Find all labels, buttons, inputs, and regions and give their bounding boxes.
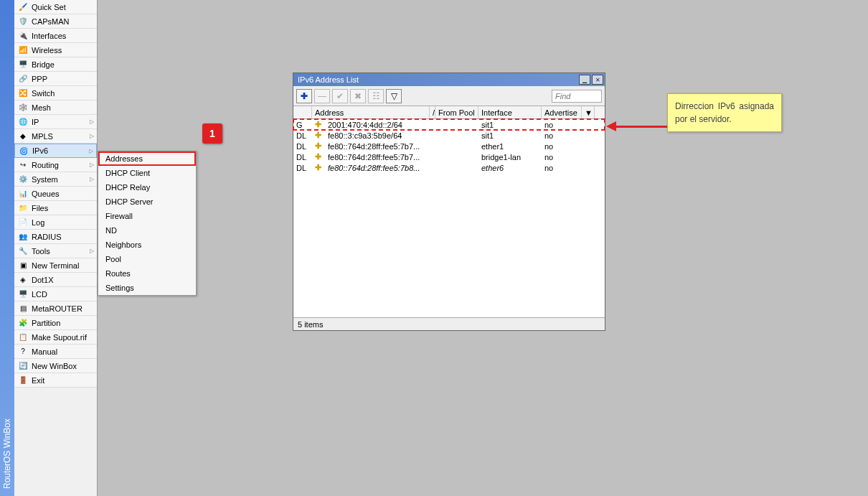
radius-icon: 👥	[17, 231, 29, 243]
menu-item-routing[interactable]: ↪Routing▷	[14, 158, 97, 172]
col-interface[interactable]: Interface	[478, 106, 542, 118]
address-icon: ✚	[312, 163, 325, 172]
menu-item-system[interactable]: ⚙️System▷	[14, 172, 97, 187]
menu-item-switch[interactable]: 🔀Switch	[14, 86, 97, 100]
submenu-item-dhcp-client[interactable]: DHCP Client	[98, 166, 196, 180]
menu-label: Tools	[32, 247, 90, 256]
submenu-item-neighbors[interactable]: Neighbors	[98, 238, 196, 252]
menu-item-manual[interactable]: ?Manual	[14, 345, 97, 359]
table-row[interactable]: DL✚fe80::764d:28ff:fee5:7b8...ether6no	[293, 162, 605, 173]
menu-label: Quick Set	[32, 3, 97, 11]
menu-label: RADIUS	[32, 233, 97, 241]
menu-item-quick-set[interactable]: 🖌️Quick Set	[14, 0, 97, 14]
menu-item-metarouter[interactable]: ▤MetaROUTER	[14, 301, 97, 316]
close-button[interactable]: ✕	[592, 75, 603, 85]
submenu-item-dhcp-server[interactable]: DHCP Server	[98, 195, 196, 209]
menu-label: Switch	[32, 89, 97, 98]
bridge-icon: 🖥️	[17, 59, 29, 70]
table-row[interactable]: G✚2001:470:4:4dd::2/64sit1no	[293, 119, 605, 130]
col-address[interactable]: Address	[312, 106, 430, 118]
menu-item-mpls[interactable]: ◆MPLS▷	[14, 129, 97, 144]
table-row[interactable]: DL✚fe80::3:c9a3:5b9e/64sit1no	[293, 130, 605, 141]
menu-item-make-supout-rif[interactable]: 📋Make Supout.rif	[14, 330, 97, 345]
menu-label: Manual	[32, 347, 97, 356]
row-flag: G	[293, 121, 312, 129]
submenu-item-firewall[interactable]: Firewall	[98, 209, 196, 223]
menu-item-tools[interactable]: 🔧Tools▷	[14, 244, 97, 258]
row-flag: DL	[293, 153, 312, 162]
menu-label: Partition	[32, 319, 97, 327]
exit-icon: 🚪	[17, 375, 29, 386]
menu-item-files[interactable]: 📁Files	[14, 201, 97, 215]
menu-item-dot1x[interactable]: ◈Dot1X	[14, 273, 97, 287]
files-icon: 📁	[17, 202, 29, 214]
row-advertise: no	[542, 153, 582, 162]
filter-button[interactable]: ▽	[386, 89, 402, 103]
row-interface: bridge1-lan	[478, 153, 542, 162]
menu-item-capsman[interactable]: 🛡️CAPsMAN	[14, 14, 97, 29]
col-flag[interactable]	[293, 106, 312, 118]
menu-label: Dot1X	[32, 276, 97, 284]
col-dropdown[interactable]: ▼	[582, 106, 595, 118]
row-address: 2001:470:4:4dd::2/64	[325, 121, 435, 129]
menu-item-new-terminal[interactable]: ▣New Terminal	[14, 258, 97, 273]
submenu-item-routes[interactable]: Routes	[98, 266, 196, 281]
menu-label: LCD	[32, 290, 97, 299]
system-icon: ⚙️	[17, 174, 29, 185]
col-advertise[interactable]: Advertise	[542, 106, 582, 118]
new-winbox-icon: 🔄	[17, 360, 29, 372]
enable-button[interactable]: ✔	[332, 89, 348, 103]
window-titlebar[interactable]: IPv6 Address List ▁ ✕	[293, 73, 605, 86]
menu-item-interfaces[interactable]: 🔌Interfaces	[14, 29, 97, 43]
table-row[interactable]: DL✚fe80::764d:28ff:fee5:7b7...bridge1-la…	[293, 151, 605, 162]
submenu-item-settings[interactable]: Settings	[98, 281, 196, 295]
row-advertise: no	[542, 142, 582, 151]
address-icon: ✚	[312, 141, 325, 151]
address-icon: ✚	[312, 152, 325, 162]
submenu-item-nd[interactable]: ND	[98, 223, 196, 238]
menu-label: IPv6	[32, 146, 89, 155]
table-row[interactable]: DL✚fe80::764d:28ff:fee5:7b7...ether1no	[293, 141, 605, 151]
add-button[interactable]: ✚	[296, 89, 312, 103]
disable-button[interactable]: ✖	[350, 89, 366, 103]
comment-button[interactable]: ☷	[368, 89, 384, 103]
menu-item-ppp[interactable]: 🔗PPP	[14, 72, 97, 86]
row-interface: sit1	[478, 121, 542, 129]
menu-item-partition[interactable]: 🧩Partition	[14, 316, 97, 330]
find-input[interactable]	[552, 90, 602, 103]
submenu-item-addresses[interactable]: Addresses	[98, 151, 196, 166]
menu-item-exit[interactable]: 🚪Exit	[14, 373, 97, 388]
window-title: IPv6 Address List	[298, 75, 359, 84]
menu-item-new-winbox[interactable]: 🔄New WinBox	[14, 359, 97, 373]
menu-item-wireless[interactable]: 📶Wireless	[14, 43, 97, 57]
menu-item-ipv6[interactable]: 🌀IPv6▷	[14, 144, 97, 158]
routing-icon: ↪	[17, 159, 29, 171]
submenu-arrow-icon: ▷	[89, 148, 96, 154]
capsman-icon: 🛡️	[17, 16, 29, 27]
menu-label: Make Supout.rif	[32, 333, 97, 342]
col-sort-indicator[interactable]: /	[430, 106, 435, 118]
menu-item-radius[interactable]: 👥RADIUS	[14, 230, 97, 244]
remove-button[interactable]: —	[314, 89, 330, 103]
menu-item-log[interactable]: 📄Log	[14, 215, 97, 230]
mesh-icon: 🕸️	[17, 102, 29, 113]
menu-item-ip[interactable]: 🌐IP▷	[14, 115, 97, 129]
menu-item-queues[interactable]: 📊Queues	[14, 187, 97, 201]
row-advertise: no	[542, 121, 582, 129]
menu-item-mesh[interactable]: 🕸️Mesh	[14, 100, 97, 115]
make-supout-rif-icon: 📋	[17, 332, 29, 343]
menu-label: System	[32, 175, 90, 184]
col-from-pool[interactable]: From Pool	[435, 106, 478, 118]
menu-item-lcd[interactable]: 🖥️LCD	[14, 287, 97, 301]
submenu-item-dhcp-relay[interactable]: DHCP Relay	[98, 180, 196, 195]
submenu-item-pool[interactable]: Pool	[98, 252, 196, 266]
ppp-icon: 🔗	[17, 73, 29, 85]
menu-item-bridge[interactable]: 🖥️Bridge	[14, 57, 97, 72]
minimize-button[interactable]: ▁	[579, 75, 590, 85]
row-address: fe80::764d:28ff:fee5:7b7...	[325, 142, 435, 151]
row-flag: DL	[293, 131, 312, 140]
table-body: G✚2001:470:4:4dd::2/64sit1noDL✚fe80::3:c…	[293, 119, 605, 173]
submenu-arrow-icon: ▷	[90, 133, 97, 139]
address-icon: ✚	[312, 131, 325, 140]
table-header: Address / From Pool Interface Advertise …	[293, 106, 605, 119]
